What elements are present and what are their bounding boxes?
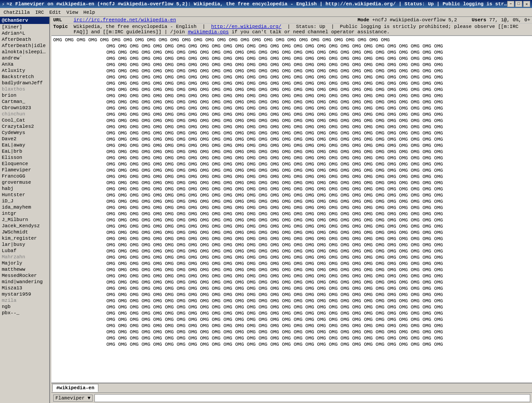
menu-chatzilla[interactable]: ChatZilla	[1, 9, 32, 16]
close-button[interactable]: ✕	[523, 1, 530, 7]
msg-text: OMG OMG OMG OMG OMG OMG OMG OMG OMG OMG …	[53, 143, 443, 148]
user-item[interactable]: Mahrzahn	[0, 254, 49, 260]
user-item[interactable]: ida_mayhem	[0, 204, 49, 210]
msg-text: OMG OMG OMG OMG OMG OMG OMG OMG OMG OMG …	[53, 236, 443, 241]
user-item[interactable]: brion	[0, 92, 49, 99]
user-item[interactable]: mind|wandering	[0, 279, 49, 285]
user-item[interactable]: Adrian^L	[0, 30, 49, 36]
chat-line: OMG OMG OMG OMG OMG OMG OMG OMG OMG OMG …	[53, 205, 530, 211]
chat-line: OMG OMG OMG OMG OMG OMG OMG OMG OMG OMG …	[53, 316, 530, 323]
user-item[interactable]: Flameviper	[0, 167, 49, 173]
msg-text: OMG OMG OMG OMG OMG OMG OMG OMG OMG OMG …	[53, 323, 443, 328]
chat-line: OMG OMG OMG OMG OMG OMG OMG OMG OMG OMG …	[53, 279, 530, 285]
chat-line: OMG OMG OMG OMG OMG OMG OMG OMG OMG OMG …	[53, 149, 530, 155]
topic-row: Topic Wikipedia, the free encyclopedia -…	[51, 24, 532, 36]
user-item[interactable]: AfterDeath	[0, 36, 49, 43]
user-item[interactable]: Jacek_Kendysz	[0, 223, 49, 229]
user-item[interactable]: [Xiner]	[0, 24, 49, 30]
msg-text: OMG OMG OMG OMG OMG OMG OMG OMG OMG OMG …	[53, 174, 443, 179]
menu-irc[interactable]: IRC	[32, 9, 47, 16]
msg-text: OMG OMG OMG OMG OMG OMG OMG OMG OMG OMG …	[53, 193, 443, 198]
user-item[interactable]: Lubaf	[0, 248, 49, 254]
menu-edit[interactable]: Edit	[47, 9, 63, 16]
msg-text: OMG OMG OMG OMG OMG OMG OMG OMG OMG OMG …	[53, 149, 443, 154]
minimize-button[interactable]: –	[507, 1, 514, 7]
user-item[interactable]: chinchun	[0, 111, 49, 117]
menu-help[interactable]: Help	[81, 9, 98, 16]
user-item[interactable]: J_Milburn	[0, 217, 49, 223]
user-item[interactable]: JWSchmidt	[0, 229, 49, 235]
chat-line: OMG OMG OMG OMG OMG OMG OMG OMG OMG OMG …	[53, 43, 530, 49]
maximize-button[interactable]: □	[515, 1, 522, 7]
menu-view[interactable]: View	[64, 9, 81, 16]
chat-line: OMG OMG OMG OMG OMG OMG OMG OMG OMG OMG …	[53, 155, 530, 161]
user-item[interactable]: CydeWeys	[0, 130, 49, 136]
chat-line: OMG OMG OMG OMG OMG OMG OMG OMG OMG OMG …	[53, 124, 530, 130]
user-item[interactable]: Atluxity	[0, 67, 49, 74]
wikimedia-ops-link[interactable]: #wikimedia-ops	[188, 29, 228, 35]
chat-line: OMG OMG OMG OMG OMG OMG OMG OMG OMG OMG …	[53, 142, 530, 149]
user-item[interactable]: Backstretch	[0, 74, 49, 80]
msg-text: OMG OMG OMG OMG OMG OMG OMG OMG OMG OMG …	[53, 199, 443, 204]
user-item[interactable]: Huntster	[0, 192, 49, 198]
user-item[interactable]: blaxthos	[0, 86, 49, 92]
chat-line: OMG OMG OMG OMG OMG OMG OMG OMG OMG OMG …	[53, 62, 530, 68]
user-item[interactable]: Elisson	[0, 154, 49, 161]
user-item[interactable]: ngb	[0, 304, 49, 310]
user-item[interactable]: iD_J	[0, 198, 49, 204]
msg-text: OMG OMG OMG OMG OMG OMG OMG OMG OMG OMG …	[53, 43, 443, 49]
chat-line: OMG OMG OMG OMG OMG OMG OMG OMG OMG OMG …	[53, 310, 530, 316]
user-item[interactable]: Dave2	[0, 136, 49, 142]
user-item[interactable]: alnokta|sleeping	[0, 49, 49, 55]
user-item[interactable]: Cbrown1023	[0, 105, 49, 111]
user-item[interactable]: EaL|away	[0, 142, 49, 148]
user-item[interactable]: grovermuse	[0, 179, 49, 186]
user-item[interactable]: intgr	[0, 210, 49, 217]
content-area: @ChanServ [Xiner]Adrian^LAfterDeathAfter…	[0, 17, 532, 403]
topic-link[interactable]: http://en.wikipedia.org/	[211, 24, 281, 29]
user-item[interactable]: AnXa	[0, 61, 49, 67]
user-item[interactable]: mystar1959	[0, 291, 49, 297]
chat-line: OMG OMG OMG OMG OMG OMG OMG OMG OMG OMG …	[53, 223, 530, 229]
chat-line: OMG OMG OMG OMG OMG OMG OMG OMG OMG OMG …	[53, 254, 530, 261]
msg-text: OMG OMG OMG OMG OMG OMG OMG OMG OMG OMG …	[53, 180, 443, 186]
user-item[interactable]: FrancoGG	[0, 173, 49, 179]
user-item[interactable]: mattheww	[0, 266, 49, 273]
user-item[interactable]: Crazytales2	[0, 123, 49, 130]
msg-text: OMG OMG OMG OMG OMG OMG OMG OMG OMG OMG …	[53, 280, 443, 285]
chat-line: OMG OMG OMG OMG OMG OMG OMG OMG OMG OMG …	[53, 273, 530, 279]
user-item[interactable]: Eloquence	[0, 161, 49, 167]
users-label: Users	[472, 17, 486, 23]
user-item[interactable]: Misza13	[0, 285, 49, 291]
server-label[interactable]: @ChanServ	[0, 17, 49, 24]
chat-line: OMG OMG OMG OMG OMG OMG OMG OMG OMG OMG …	[53, 329, 530, 335]
user-item[interactable]: lar|busy	[0, 241, 49, 248]
user-item[interactable]: MessedRocker	[0, 273, 49, 279]
chat-line: OMG OMG OMG OMG OMG OMG OMG OMG OMG OMG …	[53, 87, 530, 93]
msg-text: OMG OMG OMG OMG OMG OMG OMG OMG OMG OMG …	[53, 118, 443, 123]
chat-input[interactable]	[94, 394, 530, 402]
msg-text: OMG OMG OMG OMG OMG OMG OMG OMG OMG OMG …	[53, 37, 390, 43]
user-item[interactable]: Majorly	[0, 260, 49, 266]
chat-area[interactable]: OMG OMG OMG OMG OMG OMG OMG OMG OMG OMG …	[51, 36, 532, 383]
url-link[interactable]: irc://irc.freenode.net/wikipedia-en	[74, 17, 176, 23]
user-item[interactable]: andrew`	[0, 55, 49, 61]
chat-line: OMG OMG OMG OMG OMG OMG OMG OMG OMG OMG …	[53, 341, 530, 348]
nick-display[interactable]: Flameviper ▼	[53, 395, 93, 402]
user-item[interactable]: kim_register	[0, 235, 49, 241]
msg-text: OMG OMG OMG OMG OMG OMG OMG OMG OMG OMG …	[53, 242, 443, 248]
user-item[interactable]: AfterDeath|idle	[0, 43, 49, 49]
user-item[interactable]: Cool_Cat	[0, 117, 49, 123]
user-item[interactable]: pbx--_	[0, 310, 49, 316]
tab-wikipedia-en[interactable]: #wikipedia-en	[52, 384, 98, 392]
user-item[interactable]: mzila	[0, 297, 49, 304]
user-item[interactable]: Cartman_	[0, 99, 49, 105]
user-item[interactable]: habj	[0, 186, 49, 192]
chat-line: OMG OMG OMG OMG OMG OMG OMG OMG OMG OMG …	[53, 236, 530, 242]
user-item[interactable]: badlydrawnJeff	[0, 80, 49, 86]
msg-text: OMG OMG OMG OMG OMG OMG OMG OMG OMG OMG …	[53, 162, 443, 167]
chat-line: OMG OMG OMG OMG OMG OMG OMG OMG OMG OMG …	[53, 292, 530, 298]
chat-line: OMG OMG OMG OMG OMG OMG OMG OMG OMG OMG …	[53, 186, 530, 192]
msg-text: OMG OMG OMG OMG OMG OMG OMG OMG OMG OMG …	[53, 186, 443, 192]
user-item[interactable]: EaL|brb	[0, 148, 49, 154]
